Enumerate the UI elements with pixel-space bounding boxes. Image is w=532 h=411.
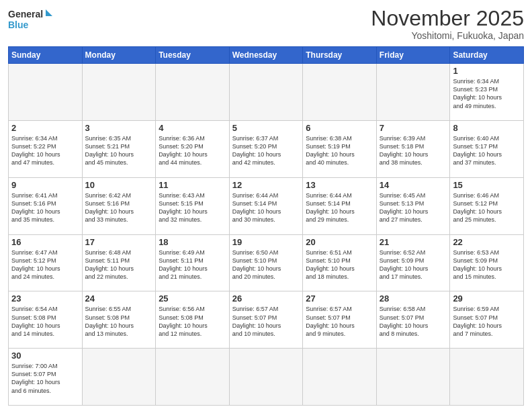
day-info: Sunrise: 6:43 AM Sunset: 5:15 PM Dayligh… [159, 191, 226, 224]
day-info: Sunrise: 6:39 AM Sunset: 5:18 PM Dayligh… [380, 134, 447, 167]
day-number: 11 [159, 180, 226, 190]
header-wednesday: Wednesday [229, 47, 303, 64]
table-row: 17Sunrise: 6:48 AM Sunset: 5:11 PM Dayli… [82, 234, 156, 291]
day-info: Sunrise: 6:55 AM Sunset: 5:08 PM Dayligh… [85, 305, 153, 338]
header-thursday: Thursday [303, 47, 377, 64]
day-info: Sunrise: 6:42 AM Sunset: 5:16 PM Dayligh… [85, 191, 153, 224]
table-row: 9Sunrise: 6:41 AM Sunset: 5:16 PM Daylig… [9, 177, 83, 234]
day-number: 15 [453, 180, 521, 190]
day-info: Sunrise: 6:46 AM Sunset: 5:12 PM Dayligh… [453, 191, 521, 224]
logo: General Blue [8, 7, 55, 31]
table-row [82, 64, 156, 121]
title-section: November 2025 Yoshitomi, Fukuoka, Japan [371, 7, 524, 41]
table-row: 21Sunrise: 6:52 AM Sunset: 5:09 PM Dayli… [376, 234, 450, 291]
page: General Blue November 2025 Yoshitomi, Fu… [0, 0, 532, 411]
day-number: 13 [306, 180, 373, 190]
day-number: 18 [159, 237, 226, 247]
calendar-week-row: 16Sunrise: 6:47 AM Sunset: 5:12 PM Dayli… [9, 234, 524, 291]
day-number: 22 [453, 237, 521, 247]
day-info: Sunrise: 6:57 AM Sunset: 5:07 PM Dayligh… [232, 305, 300, 338]
day-number: 7 [380, 123, 447, 133]
table-row: 15Sunrise: 6:46 AM Sunset: 5:12 PM Dayli… [450, 177, 524, 234]
day-number: 8 [453, 123, 521, 133]
table-row: 3Sunrise: 6:35 AM Sunset: 5:21 PM Daylig… [82, 120, 156, 177]
table-row: 7Sunrise: 6:39 AM Sunset: 5:18 PM Daylig… [376, 120, 450, 177]
day-number: 19 [232, 237, 300, 247]
table-row: 10Sunrise: 6:42 AM Sunset: 5:16 PM Dayli… [82, 177, 156, 234]
table-row: 25Sunrise: 6:56 AM Sunset: 5:08 PM Dayli… [156, 291, 230, 349]
day-info: Sunrise: 6:57 AM Sunset: 5:07 PM Dayligh… [306, 305, 373, 338]
day-number: 6 [306, 123, 373, 133]
day-number: 30 [11, 351, 79, 361]
header-tuesday: Tuesday [156, 47, 230, 64]
table-row [229, 64, 303, 121]
table-row: 23Sunrise: 6:54 AM Sunset: 5:08 PM Dayli… [9, 291, 83, 349]
table-row: 26Sunrise: 6:57 AM Sunset: 5:07 PM Dayli… [229, 291, 303, 349]
day-info: Sunrise: 6:50 AM Sunset: 5:10 PM Dayligh… [232, 248, 300, 281]
table-row: 2Sunrise: 6:34 AM Sunset: 5:22 PM Daylig… [9, 120, 83, 177]
day-number: 5 [232, 123, 300, 133]
header-friday: Friday [376, 47, 450, 64]
day-info: Sunrise: 6:44 AM Sunset: 5:14 PM Dayligh… [232, 191, 300, 224]
day-info: Sunrise: 6:53 AM Sunset: 5:09 PM Dayligh… [453, 248, 521, 281]
day-number: 26 [232, 293, 300, 304]
day-number: 23 [11, 293, 79, 304]
table-row [376, 64, 450, 121]
table-row [303, 349, 377, 406]
day-info: Sunrise: 6:40 AM Sunset: 5:17 PM Dayligh… [453, 134, 521, 167]
table-row: 16Sunrise: 6:47 AM Sunset: 5:12 PM Dayli… [9, 234, 83, 291]
day-info: Sunrise: 6:34 AM Sunset: 5:23 PM Dayligh… [453, 77, 521, 110]
header-sunday: Sunday [9, 47, 83, 64]
svg-text:Blue: Blue [8, 19, 29, 30]
header: General Blue November 2025 Yoshitomi, Fu… [8, 7, 524, 41]
table-row: 11Sunrise: 6:43 AM Sunset: 5:15 PM Dayli… [156, 177, 230, 234]
day-number: 27 [306, 293, 373, 304]
day-info: Sunrise: 6:59 AM Sunset: 5:07 PM Dayligh… [453, 305, 521, 338]
day-number: 4 [159, 123, 226, 133]
svg-marker-2 [46, 9, 52, 16]
table-row [303, 64, 377, 121]
day-info: Sunrise: 6:56 AM Sunset: 5:08 PM Dayligh… [159, 305, 226, 338]
day-info: Sunrise: 6:44 AM Sunset: 5:14 PM Dayligh… [306, 191, 373, 224]
day-info: Sunrise: 6:51 AM Sunset: 5:10 PM Dayligh… [306, 248, 373, 281]
day-number: 20 [306, 237, 373, 247]
table-row: 18Sunrise: 6:49 AM Sunset: 5:11 PM Dayli… [156, 234, 230, 291]
month-title: November 2025 [371, 7, 524, 30]
day-number: 14 [380, 180, 447, 190]
day-number: 21 [380, 237, 447, 247]
table-row: 19Sunrise: 6:50 AM Sunset: 5:10 PM Dayli… [229, 234, 303, 291]
table-row [82, 349, 156, 406]
day-number: 3 [85, 123, 153, 133]
table-row [450, 349, 524, 406]
day-info: Sunrise: 6:48 AM Sunset: 5:11 PM Dayligh… [85, 248, 153, 281]
day-info: Sunrise: 6:52 AM Sunset: 5:09 PM Dayligh… [380, 248, 447, 281]
weekday-header-row: Sunday Monday Tuesday Wednesday Thursday… [9, 47, 524, 64]
calendar-week-row: 23Sunrise: 6:54 AM Sunset: 5:08 PM Dayli… [9, 291, 524, 349]
day-number: 25 [159, 293, 226, 304]
day-number: 16 [11, 237, 79, 247]
subtitle: Yoshitomi, Fukuoka, Japan [371, 30, 524, 41]
table-row: 12Sunrise: 6:44 AM Sunset: 5:14 PM Dayli… [229, 177, 303, 234]
day-number: 1 [453, 66, 521, 76]
day-info: Sunrise: 6:54 AM Sunset: 5:08 PM Dayligh… [11, 305, 79, 338]
table-row: 22Sunrise: 6:53 AM Sunset: 5:09 PM Dayli… [450, 234, 524, 291]
day-info: Sunrise: 6:36 AM Sunset: 5:20 PM Dayligh… [159, 134, 226, 167]
day-number: 28 [380, 293, 447, 304]
calendar-table: Sunday Monday Tuesday Wednesday Thursday… [8, 46, 524, 406]
calendar-week-row: 9Sunrise: 6:41 AM Sunset: 5:16 PM Daylig… [9, 177, 524, 234]
day-number: 24 [85, 293, 153, 304]
table-row [9, 64, 83, 121]
table-row: 27Sunrise: 6:57 AM Sunset: 5:07 PM Dayli… [303, 291, 377, 349]
day-info: Sunrise: 6:34 AM Sunset: 5:22 PM Dayligh… [11, 134, 79, 167]
day-info: Sunrise: 6:49 AM Sunset: 5:11 PM Dayligh… [159, 248, 226, 281]
calendar-week-row: 30Sunrise: 7:00 AM Sunset: 5:07 PM Dayli… [9, 349, 524, 406]
table-row: 13Sunrise: 6:44 AM Sunset: 5:14 PM Dayli… [303, 177, 377, 234]
table-row: 24Sunrise: 6:55 AM Sunset: 5:08 PM Dayli… [82, 291, 156, 349]
day-number: 2 [11, 123, 79, 133]
table-row: 6Sunrise: 6:38 AM Sunset: 5:19 PM Daylig… [303, 120, 377, 177]
day-info: Sunrise: 6:38 AM Sunset: 5:19 PM Dayligh… [306, 134, 373, 167]
table-row: 5Sunrise: 6:37 AM Sunset: 5:20 PM Daylig… [229, 120, 303, 177]
day-info: Sunrise: 6:41 AM Sunset: 5:16 PM Dayligh… [11, 191, 79, 224]
table-row: 1Sunrise: 6:34 AM Sunset: 5:23 PM Daylig… [450, 64, 524, 121]
day-number: 10 [85, 180, 153, 190]
